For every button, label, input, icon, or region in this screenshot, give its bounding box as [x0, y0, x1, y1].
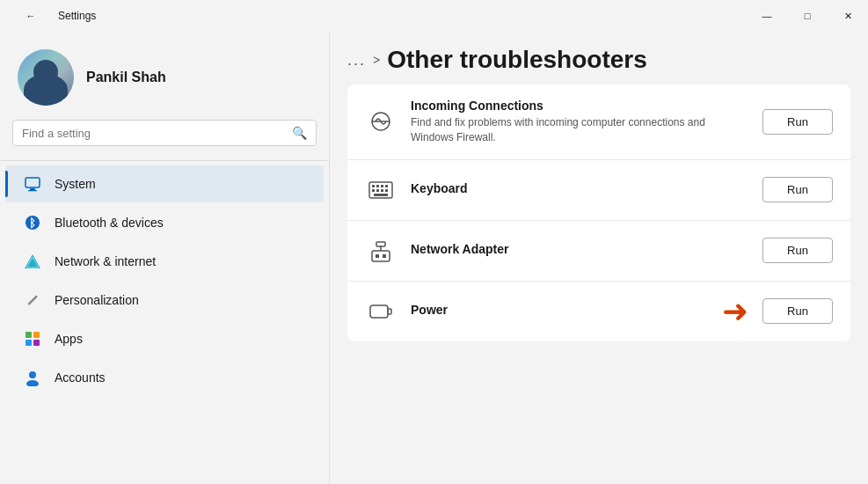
svg-rect-30 — [383, 254, 386, 258]
svg-rect-19 — [381, 185, 383, 187]
minimize-button[interactable]: — — [747, 0, 787, 32]
svg-rect-17 — [372, 185, 375, 187]
sidebar-item-accounts[interactable]: Accounts — [5, 359, 324, 396]
keyboard-icon — [365, 174, 397, 206]
bluetooth-icon: ᛒ — [23, 213, 42, 232]
sidebar: Pankil Shah 🔍 System ᛒ — [0, 32, 330, 484]
network-adapter-run-button[interactable]: Run — [762, 238, 833, 263]
main-content: ... > Other troubleshooters Incoming Con… — [330, 32, 868, 484]
svg-rect-26 — [372, 251, 390, 261]
sidebar-item-apps[interactable]: Apps — [5, 320, 324, 357]
user-name: Pankil Shah — [86, 70, 166, 85]
personalization-icon — [23, 290, 42, 310]
sidebar-item-label-network: Network & internet — [55, 254, 156, 268]
sidebar-item-label-personalization: Personalization — [55, 293, 139, 307]
svg-rect-0 — [26, 178, 40, 187]
title-bar-left: ← Settings — [11, 0, 96, 32]
svg-rect-2 — [28, 190, 37, 191]
accounts-icon — [23, 368, 42, 387]
svg-rect-24 — [385, 189, 388, 192]
search-input[interactable] — [22, 127, 285, 140]
svg-rect-21 — [372, 189, 375, 192]
search-box[interactable]: 🔍 — [12, 120, 317, 146]
network-adapter-title: Network Adapter — [411, 242, 748, 256]
sidebar-item-label-accounts: Accounts — [55, 370, 106, 385]
svg-rect-29 — [376, 254, 379, 258]
incoming-connections-desc: Find and fix problems with incoming comp… — [411, 115, 748, 145]
svg-point-13 — [26, 380, 39, 386]
window-controls: — □ ✕ — [747, 0, 868, 32]
svg-rect-11 — [33, 340, 40, 346]
nav-divider — [0, 160, 329, 161]
sidebar-item-bluetooth[interactable]: ᛒ Bluetooth & devices — [5, 204, 324, 241]
svg-text:ᛒ: ᛒ — [29, 216, 36, 230]
power-action: ➜ Run — [722, 296, 833, 327]
title-bar: ← Settings — □ ✕ — [0, 0, 868, 32]
svg-rect-7 — [27, 295, 38, 305]
keyboard-title: Keyboard — [411, 181, 748, 195]
svg-rect-20 — [385, 185, 388, 187]
breadcrumb-arrow: > — [373, 53, 380, 67]
keyboard-text: Keyboard — [411, 181, 748, 198]
incoming-connections-text: Incoming Connections Find and fix proble… — [411, 99, 748, 145]
sidebar-item-label-system: System — [55, 177, 96, 191]
power-run-button[interactable]: Run — [762, 298, 833, 324]
troubleshooter-item-keyboard: Keyboard Run — [347, 160, 850, 221]
svg-rect-31 — [370, 305, 388, 318]
system-icon — [23, 174, 42, 194]
right-arrow-icon: ➜ — [722, 296, 748, 327]
svg-rect-25 — [374, 194, 388, 196]
power-title: Power — [411, 303, 708, 317]
avatar-image — [18, 49, 74, 106]
incoming-connections-title: Incoming Connections — [411, 99, 748, 113]
avatar — [18, 49, 74, 106]
troubleshooter-list: Incoming Connections Find and fix proble… — [347, 84, 850, 341]
power-icon — [365, 296, 397, 327]
troubleshooter-item-network-adapter: Network Adapter Run — [347, 221, 850, 282]
power-text: Power — [411, 303, 708, 319]
search-icon: 🔍 — [292, 126, 307, 140]
user-profile: Pankil Shah — [0, 32, 329, 120]
svg-rect-8 — [26, 332, 32, 338]
close-button[interactable]: ✕ — [828, 0, 868, 32]
svg-rect-9 — [33, 332, 40, 338]
page-title: Other troubleshooters — [387, 46, 647, 74]
sidebar-item-system[interactable]: System — [5, 165, 324, 202]
network-icon — [23, 252, 42, 271]
network-adapter-text: Network Adapter — [411, 242, 748, 259]
sidebar-item-network[interactable]: Network & internet — [5, 243, 324, 280]
incoming-connections-run-button[interactable]: Run — [762, 109, 833, 135]
incoming-connections-icon — [365, 106, 397, 137]
sidebar-item-label-apps: Apps — [55, 332, 83, 346]
maximize-button[interactable]: □ — [787, 0, 828, 32]
svg-rect-28 — [376, 242, 385, 246]
troubleshooter-item-power: Power ➜ Run — [347, 282, 850, 341]
breadcrumb: ... > Other troubleshooters — [347, 32, 850, 84]
svg-rect-10 — [26, 340, 32, 346]
back-button[interactable]: ← — [11, 0, 51, 32]
network-adapter-icon — [365, 235, 397, 267]
app-body: Pankil Shah 🔍 System ᛒ — [0, 32, 868, 484]
arrow-indicator: ➜ — [722, 296, 748, 327]
svg-rect-22 — [376, 189, 379, 192]
svg-rect-18 — [376, 185, 379, 187]
troubleshooter-item-incoming-connections: Incoming Connections Find and fix proble… — [347, 84, 850, 160]
app-title: Settings — [58, 10, 96, 22]
apps-icon — [23, 329, 42, 348]
svg-point-12 — [29, 371, 36, 378]
sidebar-item-label-bluetooth: Bluetooth & devices — [55, 216, 164, 230]
svg-rect-1 — [30, 188, 35, 190]
svg-rect-23 — [381, 189, 383, 192]
sidebar-item-personalization[interactable]: Personalization — [5, 282, 324, 319]
keyboard-run-button[interactable]: Run — [762, 177, 833, 202]
breadcrumb-dots: ... — [347, 51, 366, 70]
svg-rect-32 — [388, 309, 391, 314]
